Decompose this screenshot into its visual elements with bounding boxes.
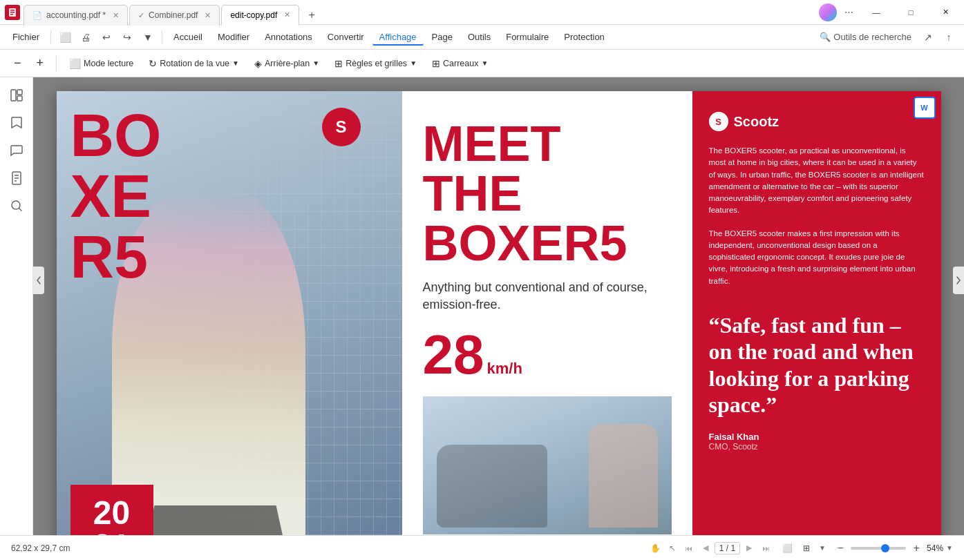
tab-combiner[interactable]: ✓ Combiner.pdf ✕: [129, 5, 220, 26]
background-icon: ◈: [254, 58, 262, 69]
zoom-dropdown[interactable]: ▼: [946, 544, 953, 552]
main-content-area: BO XE R5 S 20 21 MEET THE BOXER5 Anyt: [33, 77, 964, 535]
rules-button[interactable]: ⊞ Règles et grilles ▼: [329, 55, 422, 72]
hand-tool-button[interactable]: ✋: [648, 541, 663, 556]
menu-annotations[interactable]: Annotations: [258, 28, 319, 46]
menu-page[interactable]: Page: [425, 28, 460, 46]
last-page-button[interactable]: ⏭: [758, 541, 773, 556]
menu-accueil[interactable]: Accueil: [167, 28, 209, 46]
menu-affichage[interactable]: Affichage: [372, 28, 424, 46]
menu-separator: [50, 30, 51, 44]
speed-unit: km/h: [486, 360, 522, 378]
boxer-title-line1: BO: [70, 105, 162, 166]
rotation-button[interactable]: ↻ Rotation de la vue ▼: [143, 55, 245, 72]
pdf-title-overlay: BO XE R5: [70, 105, 162, 287]
panel-btn-search[interactable]: [4, 193, 29, 218]
zoom-control: − + 54% ▼: [833, 541, 953, 556]
pdf-scooter-photo: [423, 396, 672, 534]
pdf-year-box: 20 21: [70, 485, 153, 535]
pdf-logo-circle: S: [322, 108, 361, 146]
minus-icon: −: [14, 56, 21, 70]
background-button[interactable]: ◈ Arrière-plan ▼: [249, 55, 325, 72]
right-panel-toggle[interactable]: [953, 267, 964, 294]
scooter-photo-bg: [423, 396, 672, 534]
panel-btn-attachment[interactable]: [4, 166, 29, 191]
tab-accounting[interactable]: 📄 accounting.pdf * ✕: [23, 5, 128, 26]
undo-button[interactable]: ↩: [97, 28, 116, 47]
rules-label: Règles et grilles: [346, 59, 407, 68]
tiles-button[interactable]: ⊞ Carreaux ▼: [426, 55, 493, 72]
menu-bar: Fichier ⬜ 🖨 ↩ ↪ ▼ Accueil Modifier Annot…: [0, 25, 964, 50]
pdf-tagline: Anything but conventional and of course,…: [423, 279, 672, 313]
minimize-button[interactable]: —: [860, 0, 892, 25]
menu-protection[interactable]: Protection: [557, 28, 612, 46]
logo-letter: S: [335, 117, 346, 137]
meet-title: MEET THE BOXER5: [423, 119, 672, 268]
print-icon-button[interactable]: 🖨: [76, 28, 95, 47]
next-page-button[interactable]: ▶: [741, 541, 757, 556]
current-page-input[interactable]: 1 / 1: [715, 542, 740, 554]
pdf-left-section: BO XE R5 S 20 21: [57, 91, 402, 535]
select-tool-button[interactable]: ↖: [665, 541, 680, 556]
share-button[interactable]: ↗: [918, 28, 938, 47]
zoom-out-button[interactable]: −: [8, 53, 27, 73]
scootz-logo: S Scootz: [709, 112, 925, 131]
fit-page-button[interactable]: ⬜: [779, 540, 795, 557]
view-toggle-icon: ⬜: [69, 58, 81, 69]
redo-button[interactable]: ↪: [117, 28, 137, 47]
title-bar-right: ⋯ — □ ✕: [819, 0, 961, 25]
menu-convertir[interactable]: Convertir: [321, 28, 371, 46]
cloud-button[interactable]: ↑: [939, 28, 958, 47]
save-icon-button[interactable]: ⬜: [55, 28, 75, 47]
tab-close-accounting[interactable]: ✕: [113, 11, 119, 20]
pdf-document: BO XE R5 S 20 21 MEET THE BOXER5 Anyt: [57, 91, 941, 535]
zoom-in-button[interactable]: +: [31, 53, 50, 73]
scootz-icon-letter: S: [715, 117, 721, 127]
zoom-value-label: 54%: [927, 543, 943, 553]
speed-number: 28: [423, 327, 484, 383]
menu-modifier[interactable]: Modifier: [211, 28, 256, 46]
menu-separator2: [162, 30, 162, 44]
close-button[interactable]: ✕: [929, 0, 961, 25]
zoom-out-status-button[interactable]: −: [833, 541, 848, 556]
background-label: Arrière-plan: [265, 59, 310, 68]
tab-close-editcopy[interactable]: ✕: [284, 10, 290, 19]
menu-formulaire[interactable]: Formulaire: [499, 28, 556, 46]
zoom-slider-thumb[interactable]: [881, 544, 889, 552]
add-tab-button[interactable]: +: [302, 6, 321, 25]
tab-editcopy[interactable]: edit-copy.pdf ✕: [221, 5, 299, 26]
more-options-button[interactable]: ⋯: [840, 3, 858, 21]
svg-rect-1: [10, 10, 15, 11]
document-dimensions: 62,92 x 29,7 cm: [11, 543, 70, 553]
view-dropdown[interactable]: ▼: [817, 543, 827, 553]
pdf-year-text: 20 21: [93, 496, 130, 535]
boxer-title-line3: R5: [70, 226, 162, 287]
panel-btn-bookmark[interactable]: [4, 110, 29, 135]
first-page-button[interactable]: ⏮: [681, 541, 697, 556]
view-options: ⬜ ⊞ ▼: [779, 540, 827, 557]
tab-close-combiner[interactable]: ✕: [205, 11, 211, 20]
left-panel: [0, 77, 33, 535]
pdf-middle-section: MEET THE BOXER5 Anything but conventiona…: [402, 91, 692, 535]
user-avatar[interactable]: [819, 3, 837, 21]
person-silhouette-small: [589, 424, 658, 528]
left-panel-toggle[interactable]: [33, 267, 44, 294]
zoom-in-status-button[interactable]: +: [909, 541, 924, 556]
dropdown-button[interactable]: ▼: [138, 28, 158, 47]
panel-btn-panels[interactable]: [4, 83, 29, 108]
rules-icon: ⊞: [334, 58, 343, 69]
pdf-right-section: W S Scootz The BOXER5 scooter, as practi…: [692, 91, 941, 535]
pdf-desc1: The BOXER5 scooter, as practical as unco…: [709, 145, 925, 217]
menu-outils[interactable]: Outils: [461, 28, 498, 46]
view-mode-button[interactable]: ⊞: [798, 540, 815, 557]
status-right: ✋ ↖ ⏮ ◀ 1 / 1 ▶ ⏭ ⬜ ⊞ ▼ − + 54% ▼: [648, 540, 953, 557]
panel-btn-comment[interactable]: [4, 138, 29, 163]
maximize-button[interactable]: □: [895, 0, 927, 25]
prev-page-button[interactable]: ◀: [698, 541, 713, 556]
rotation-icon: ↻: [149, 58, 157, 69]
menu-fichier[interactable]: Fichier: [6, 28, 46, 46]
zoom-slider[interactable]: [851, 547, 906, 550]
search-tools-label[interactable]: Outils de recherche: [833, 32, 911, 42]
app-logo: [5, 5, 20, 20]
view-toggle-button[interactable]: ⬜ Mode lecture: [64, 55, 139, 72]
